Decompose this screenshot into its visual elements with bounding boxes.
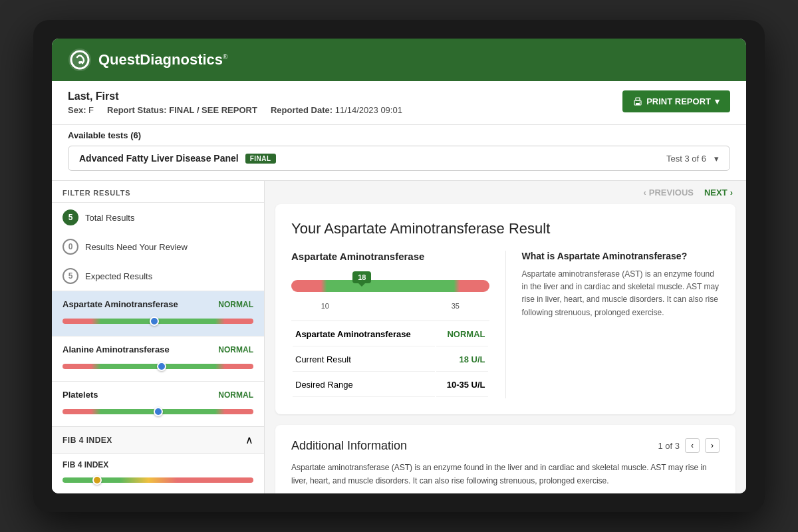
chart-low-label: 10 xyxy=(321,302,329,310)
table-value-range: 10-35 U/L xyxy=(436,373,488,397)
test-position: Test 3 of 6 xyxy=(666,154,706,164)
nav-bar: ‹ PREVIOUS NEXT › xyxy=(265,181,746,204)
additional-card: Additional Information 1 of 3 ‹ › Aspart… xyxy=(275,425,735,493)
sidebar-item-aspartate[interactable]: Aspartate Aminotransferase NORMAL xyxy=(52,291,264,336)
printer-icon xyxy=(633,97,642,106)
filter-header: FILTER RESULTS xyxy=(52,181,264,203)
filter-review[interactable]: 0 Results Need Your Review xyxy=(52,232,264,261)
filter-review-label: Results Need Your Review xyxy=(85,242,188,252)
fib4-collapse-icon: ∧ xyxy=(245,434,253,446)
chart-area: 18 10 35 xyxy=(291,273,489,310)
result-right: What is Aspartate Aminotransferase? Aspa… xyxy=(505,251,720,398)
print-chevron-icon: ▾ xyxy=(715,96,720,106)
what-is-desc: Aspartate aminotransferase (AST) is an e… xyxy=(522,268,720,319)
total-count-badge: 5 xyxy=(63,209,78,225)
svg-rect-5 xyxy=(636,103,640,105)
previous-button[interactable]: ‹ PREVIOUS xyxy=(643,188,694,198)
logo-area: QuestDiagnostics® xyxy=(68,48,227,72)
additional-next-button[interactable]: › xyxy=(705,438,720,453)
platelets-test-name: Platelets xyxy=(63,390,98,400)
svg-rect-4 xyxy=(636,98,640,100)
table-row-header: Aspartate Aminotransferase NORMAL xyxy=(293,323,488,346)
main-layout: FILTER RESULTS 5 Total Results 0 Results… xyxy=(52,181,746,493)
main-chart-track xyxy=(291,280,489,292)
svg-point-6 xyxy=(639,101,640,102)
additional-desc: Aspartate aminotransferase (AST) is an e… xyxy=(291,461,720,488)
filter-expected[interactable]: 5 Expected Results xyxy=(52,261,264,291)
table-value-header: NORMAL xyxy=(436,323,488,346)
fib4-item-name: FIB 4 INDEX xyxy=(63,460,253,469)
table-label-range: Desired Range xyxy=(293,373,435,397)
expected-count-badge: 5 xyxy=(63,268,78,284)
aspartate-test-name: Aspartate Aminotransferase xyxy=(63,299,178,309)
fib4-slider xyxy=(63,473,253,487)
table-label-current: Current Result xyxy=(293,348,435,372)
filter-total[interactable]: 5 Total Results xyxy=(52,203,264,232)
aspartate-dot xyxy=(150,317,159,326)
patient-date: Reported Date: 11/14/2023 09:01 xyxy=(271,105,402,115)
alanine-dot xyxy=(157,362,166,371)
additional-prev-button[interactable]: ‹ xyxy=(685,438,700,453)
table-row-current: Current Result 18 U/L xyxy=(293,348,488,372)
patient-bar: Last, First Sex: F Report Status: FINAL … xyxy=(52,81,746,125)
patient-sex: Sex: F xyxy=(68,105,94,115)
fib4-section-header[interactable]: FIB 4 INDEX ∧ xyxy=(52,426,264,454)
logo-text: QuestDiagnostics® xyxy=(98,51,227,68)
patient-info: Last, First Sex: F Report Status: FINAL … xyxy=(68,90,402,115)
sidebar-item-fib4[interactable]: FIB 4 INDEX xyxy=(52,454,264,493)
platelets-slider xyxy=(63,405,253,418)
test-status-badge: FINAL xyxy=(245,154,276,164)
aspartate-slider xyxy=(63,315,253,328)
chart-value-bubble: 18 xyxy=(352,271,371,283)
aspartate-status: NORMAL xyxy=(218,300,253,309)
print-report-button[interactable]: PRINT REPORT ▾ xyxy=(622,90,730,112)
content-area: ‹ PREVIOUS NEXT › Your Aspartate Aminotr… xyxy=(265,181,746,493)
prev-chevron-icon: ‹ xyxy=(643,188,646,198)
test-selector[interactable]: Advanced Fatty Liver Disease Panel FINAL… xyxy=(68,146,730,171)
result-card-title: Your Aspartate Aminotransferase Result xyxy=(291,220,720,237)
additional-header: Additional Information 1 of 3 ‹ › xyxy=(291,438,720,453)
additional-nav: 1 of 3 ‹ › xyxy=(658,438,720,453)
what-is-title: What is Aspartate Aminotransferase? xyxy=(522,251,720,261)
result-left: Aspartate Aminotransferase 18 10 35 xyxy=(291,251,489,398)
patient-name: Last, First xyxy=(68,90,402,102)
table-row-range: Desired Range 10-35 U/L xyxy=(293,373,488,397)
filter-expected-label: Expected Results xyxy=(85,271,152,281)
sidebar-item-alanine[interactable]: Alanine Aminotransferase NORMAL xyxy=(52,336,264,381)
fib4-dot xyxy=(92,475,102,485)
chart-labels: 10 35 xyxy=(291,302,489,310)
additional-title: Additional Information xyxy=(291,439,407,453)
available-tests-label: Available tests (6) xyxy=(68,130,730,140)
alanine-status: NORMAL xyxy=(218,345,253,354)
expand-icon: ▾ xyxy=(714,154,719,164)
patient-meta: Sex: F Report Status: FINAL / SEE REPORT… xyxy=(68,105,402,115)
review-count-badge: 0 xyxy=(63,239,78,255)
svg-point-2 xyxy=(78,61,81,64)
fib4-section-title: FIB 4 INDEX xyxy=(63,436,112,445)
filter-total-label: Total Results xyxy=(85,213,134,223)
platelets-status: NORMAL xyxy=(218,390,253,400)
available-tests-bar: Available tests (6) Advanced Fatty Liver… xyxy=(52,125,746,181)
sidebar-item-platelets[interactable]: Platelets NORMAL xyxy=(52,381,264,426)
quest-logo-icon xyxy=(68,48,92,72)
next-chevron-icon: › xyxy=(730,188,733,198)
result-section-title: Aspartate Aminotransferase xyxy=(291,251,489,262)
result-card: Your Aspartate Aminotransferase Result A… xyxy=(275,204,735,414)
sidebar: FILTER RESULTS 5 Total Results 0 Results… xyxy=(52,181,265,493)
app-header: QuestDiagnostics® xyxy=(52,39,746,81)
result-card-body: Aspartate Aminotransferase 18 10 35 xyxy=(291,251,720,398)
table-label-header: Aspartate Aminotransferase xyxy=(293,323,435,346)
selected-test-name: Advanced Fatty Liver Disease Panel xyxy=(79,153,239,164)
chart-high-label: 35 xyxy=(452,302,460,310)
next-button[interactable]: NEXT › xyxy=(704,188,733,198)
patient-status: Report Status: FINAL / SEE REPORT xyxy=(107,105,257,115)
additional-page: 1 of 3 xyxy=(658,441,680,451)
platelets-dot xyxy=(154,407,163,416)
alanine-slider xyxy=(63,360,253,373)
alanine-test-name: Alanine Aminotransferase xyxy=(63,344,170,354)
result-table: Aspartate Aminotransferase NORMAL Curren… xyxy=(291,321,489,398)
table-value-current: 18 U/L xyxy=(436,348,488,372)
